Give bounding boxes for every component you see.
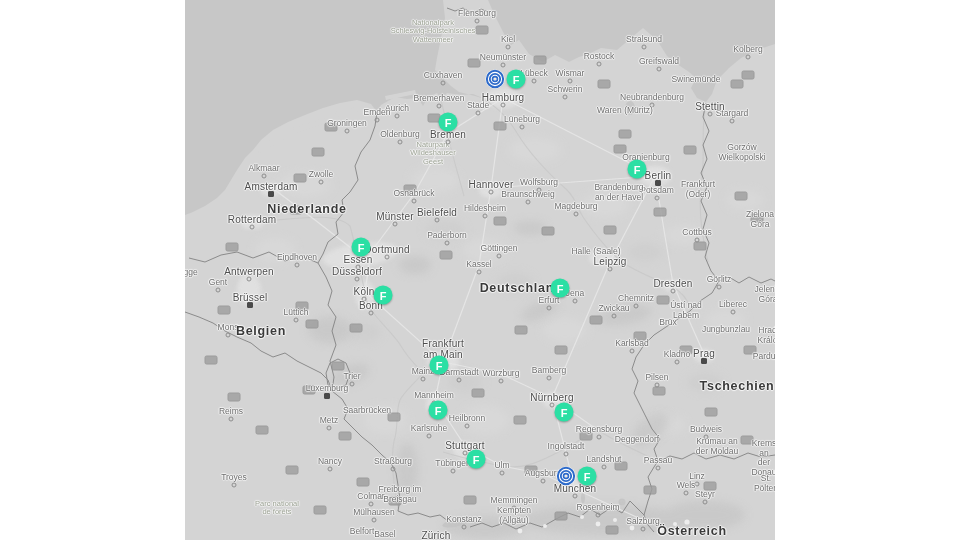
city-label: St. Pölten [754, 474, 775, 493]
facility-marker[interactable]: F [628, 160, 647, 179]
road-badge [742, 71, 755, 80]
city-label: Trier [343, 372, 360, 382]
road-badge [205, 356, 218, 365]
city-label: Mannheim [414, 391, 454, 401]
city-dot [573, 299, 578, 304]
city-label: Steyr [695, 490, 715, 500]
loading-spinner-icon[interactable] [556, 466, 577, 487]
city-label: Memmingen [491, 496, 538, 506]
city-label: Oldenburg [380, 130, 420, 140]
road-badge [555, 512, 568, 521]
city-dot [596, 513, 601, 518]
facility-marker[interactable]: F [578, 467, 597, 486]
city-label: Reims [219, 407, 243, 417]
city-label: Flensburg [458, 9, 496, 19]
facility-marker[interactable]: F [551, 279, 570, 298]
city-label: Krems an der Donau [751, 439, 775, 477]
city-dot [501, 63, 506, 68]
city-dot [655, 196, 660, 201]
city-dot [412, 199, 417, 204]
city-dot [526, 200, 531, 205]
road-badge [312, 148, 325, 157]
city-dot [350, 382, 355, 387]
city-label: Ulm [494, 461, 509, 471]
city-label: Göttingen [481, 244, 518, 254]
facility-marker[interactable]: F [374, 286, 393, 305]
city-label: Brandenburg an der Havel [594, 183, 643, 202]
city-dot [547, 306, 552, 311]
major-city-label: Düsseldorf [332, 266, 382, 277]
facility-marker[interactable]: F [352, 238, 371, 257]
city-label: Passau [644, 456, 672, 466]
city-dot [427, 434, 432, 439]
city-label: Konstanz [446, 515, 481, 525]
road-badge [604, 226, 617, 235]
city-label: Groningen [327, 119, 367, 129]
map-canvas[interactable]: FlensburgKielNeumünsterStralsundRostockG… [185, 0, 775, 540]
major-city-label: Antwerpen [224, 266, 274, 277]
country-label: Österreich [657, 524, 727, 538]
road-badge [339, 432, 352, 441]
loading-spinner-icon[interactable] [485, 69, 506, 90]
road-badge [657, 296, 670, 305]
major-city-label: Prag [693, 348, 715, 359]
road-badge [598, 80, 611, 89]
city-dot [483, 214, 488, 219]
road-badge [440, 251, 453, 260]
city-dot [746, 55, 751, 60]
city-label: Frankfurt (Oder) [681, 180, 715, 199]
city-label: Rosenheim [577, 503, 620, 513]
facility-marker[interactable]: F [507, 70, 526, 89]
road-badge [653, 387, 666, 396]
city-dot [372, 518, 377, 523]
city-label: Nancy [318, 457, 342, 467]
major-city-label: Dresden [653, 278, 692, 289]
city-label: Basel [374, 530, 395, 540]
road-badge [684, 146, 697, 155]
city-label: Lüneburg [504, 115, 540, 125]
road-badge [476, 26, 489, 35]
facility-marker[interactable]: F [429, 401, 448, 420]
city-label: Swinemünde [671, 75, 720, 85]
city-label: Zwickau [598, 304, 629, 314]
road-badge [332, 362, 345, 371]
city-dot [327, 426, 332, 431]
facility-marker[interactable]: F [439, 113, 458, 132]
city-label: Görlitz [707, 275, 732, 285]
city-dot [421, 377, 426, 382]
city-label: Kassel [466, 260, 492, 270]
city-dot [563, 95, 568, 100]
facility-marker[interactable]: F [467, 450, 486, 469]
road-badge [731, 80, 744, 89]
road-badge [494, 217, 507, 226]
city-dot [630, 349, 635, 354]
city-dot [216, 288, 221, 293]
city-dot [294, 318, 299, 323]
city-dot [730, 119, 735, 124]
facility-marker[interactable]: F [430, 356, 449, 375]
city-label: Rostock [584, 52, 615, 62]
city-dot [229, 417, 234, 422]
facility-marker[interactable]: F [555, 403, 574, 422]
city-label: Wels [677, 481, 696, 491]
city-dot [612, 314, 617, 319]
country-label: Niederlande [267, 202, 346, 216]
road-badge [654, 208, 667, 217]
city-label: Lüttich [283, 308, 308, 318]
major-city-label: Amsterdam [245, 181, 298, 192]
city-label: Emden [364, 108, 391, 118]
city-label: Belfort [350, 527, 375, 537]
city-label: Jelenia Góra [755, 285, 775, 304]
city-dot [477, 270, 482, 275]
city-label: Wismar [556, 69, 585, 79]
city-dot [262, 174, 267, 179]
city-label: Greifswald [639, 57, 679, 67]
city-label: Deggendorf [615, 435, 659, 445]
city-dot [451, 469, 456, 474]
city-label: Bamberg [532, 366, 567, 376]
road-badge [357, 478, 370, 487]
city-dot [375, 118, 380, 123]
city-dot [641, 527, 646, 532]
road-badge [286, 466, 299, 475]
city-dot [506, 45, 511, 50]
